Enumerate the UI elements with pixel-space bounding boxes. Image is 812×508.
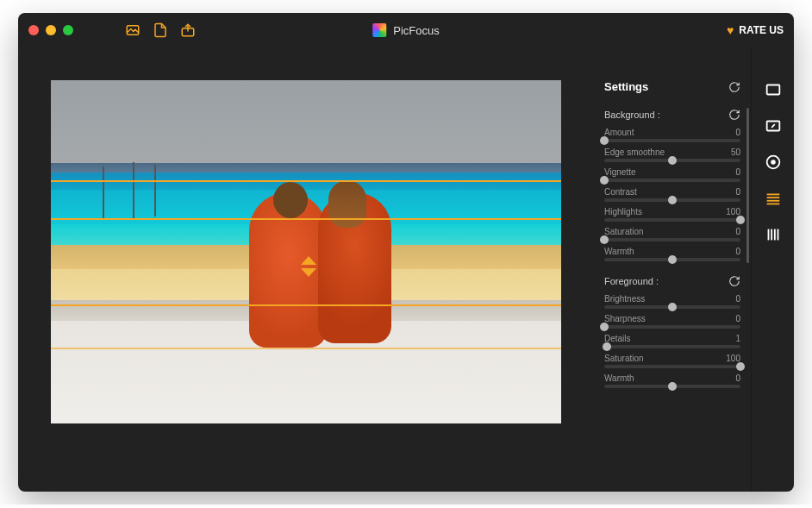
slider-value: 50 bbox=[731, 147, 740, 157]
background-section-label: Background : bbox=[604, 110, 660, 120]
svg-line-5 bbox=[771, 124, 775, 128]
slider-row: Saturation100 bbox=[604, 354, 740, 368]
titlebar: PicFocus ♥ RATE US bbox=[18, 13, 794, 47]
focus-guide-line[interactable] bbox=[51, 304, 561, 306]
slider-thumb[interactable] bbox=[668, 156, 677, 165]
slider-value: 1 bbox=[735, 334, 740, 343]
focus-drag-handle[interactable] bbox=[301, 256, 316, 277]
app-title: PicFocus bbox=[393, 24, 439, 37]
slider-thumb[interactable] bbox=[736, 362, 745, 371]
slider-row: Edge smoothne50 bbox=[604, 147, 740, 162]
slider-row: Sharpness0 bbox=[604, 314, 740, 329]
slider-row: Warmth0 bbox=[604, 373, 740, 388]
slider-value: 0 bbox=[735, 314, 740, 323]
slider-track[interactable] bbox=[604, 159, 740, 162]
slider-track[interactable] bbox=[604, 179, 740, 182]
slider-thumb[interactable] bbox=[600, 136, 609, 145]
crop-tool-icon[interactable] bbox=[764, 80, 783, 99]
image-detail bbox=[133, 162, 134, 218]
slider-label: Highlights bbox=[604, 207, 642, 216]
heart-icon: ♥ bbox=[727, 23, 734, 37]
slider-label: Saturation bbox=[604, 227, 644, 236]
reset-foreground-icon[interactable] bbox=[728, 275, 740, 287]
slider-row: Saturation0 bbox=[604, 227, 740, 241]
slider-label: Amount bbox=[604, 128, 634, 137]
slider-track[interactable] bbox=[604, 305, 740, 309]
rate-us-button[interactable]: ♥ RATE US bbox=[727, 23, 784, 37]
svg-rect-11 bbox=[766, 204, 779, 205]
linear-tool-icon[interactable] bbox=[764, 189, 783, 208]
image-detail bbox=[154, 165, 156, 216]
window-controls bbox=[28, 25, 73, 35]
slider-thumb[interactable] bbox=[600, 323, 609, 331]
slider-thumb[interactable] bbox=[603, 342, 611, 351]
slider-track[interactable] bbox=[604, 325, 740, 329]
slider-row: Details1 bbox=[604, 334, 740, 348]
content-area: Settings Background : Amount0Edge smooth… bbox=[18, 47, 794, 492]
slider-thumb[interactable] bbox=[600, 235, 609, 244]
slider-value: 0 bbox=[735, 294, 740, 304]
bars-tool-icon[interactable] bbox=[764, 225, 783, 244]
app-logo-icon bbox=[372, 23, 386, 37]
toolbar-left bbox=[125, 22, 196, 38]
share-icon[interactable] bbox=[180, 22, 196, 38]
focus-guide-line[interactable] bbox=[51, 348, 561, 349]
scrollbar[interactable] bbox=[746, 108, 749, 263]
slider-thumb[interactable] bbox=[736, 216, 745, 224]
minimize-button[interactable] bbox=[46, 25, 56, 35]
slider-track[interactable] bbox=[604, 139, 740, 142]
reset-all-icon[interactable] bbox=[728, 81, 740, 93]
svg-rect-12 bbox=[767, 229, 769, 241]
slider-track[interactable] bbox=[604, 385, 740, 388]
slider-value: 0 bbox=[735, 187, 740, 197]
slider-thumb[interactable] bbox=[668, 255, 677, 264]
close-button[interactable] bbox=[28, 25, 39, 35]
slider-label: Edge smoothne bbox=[604, 147, 665, 157]
slider-label: Saturation bbox=[604, 354, 644, 363]
slider-thumb[interactable] bbox=[668, 303, 677, 311]
foreground-section-label: Foreground : bbox=[604, 276, 659, 286]
svg-rect-15 bbox=[777, 229, 778, 241]
slider-track[interactable] bbox=[604, 218, 740, 222]
rate-us-label: RATE US bbox=[739, 24, 784, 36]
radial-tool-icon[interactable] bbox=[764, 153, 783, 172]
slider-value: 0 bbox=[735, 247, 740, 256]
svg-point-7 bbox=[771, 160, 775, 164]
open-file-icon[interactable] bbox=[153, 22, 168, 38]
slider-track[interactable] bbox=[604, 345, 740, 348]
svg-rect-9 bbox=[766, 197, 779, 198]
slider-row: Highlights100 bbox=[604, 207, 740, 222]
settings-panel: Settings Background : Amount0Edge smooth… bbox=[587, 47, 751, 492]
slider-thumb[interactable] bbox=[600, 176, 609, 185]
settings-title: Settings bbox=[604, 80, 648, 93]
slider-value: 0 bbox=[735, 227, 740, 236]
svg-rect-8 bbox=[766, 194, 779, 196]
slider-track[interactable] bbox=[604, 365, 740, 368]
maximize-button[interactable] bbox=[63, 25, 73, 35]
focus-guide-line[interactable] bbox=[51, 218, 561, 220]
slider-label: Warmth bbox=[604, 373, 634, 383]
slider-label: Warmth bbox=[604, 247, 634, 256]
image-canvas[interactable] bbox=[51, 80, 561, 423]
tool-sidebar bbox=[751, 47, 794, 492]
title-area: PicFocus bbox=[372, 23, 439, 37]
slider-track[interactable] bbox=[604, 198, 740, 202]
image-detail bbox=[328, 180, 366, 228]
svg-rect-3 bbox=[766, 85, 779, 95]
selection-tool-icon[interactable] bbox=[764, 116, 783, 135]
image-detail bbox=[273, 182, 308, 218]
svg-rect-14 bbox=[773, 229, 775, 241]
slider-value: 0 bbox=[735, 128, 740, 137]
slider-thumb[interactable] bbox=[668, 382, 677, 391]
slider-row: Contrast0 bbox=[604, 187, 740, 202]
slider-label: Sharpness bbox=[604, 314, 646, 323]
slider-value: 0 bbox=[735, 167, 740, 177]
reset-background-icon[interactable] bbox=[728, 109, 740, 121]
slider-row: Amount0 bbox=[604, 128, 740, 142]
open-image-icon[interactable] bbox=[125, 22, 141, 38]
slider-track[interactable] bbox=[604, 258, 740, 261]
slider-row: Vignette0 bbox=[604, 167, 740, 182]
slider-thumb[interactable] bbox=[668, 196, 677, 204]
slider-track[interactable] bbox=[604, 238, 740, 241]
focus-guide-line[interactable] bbox=[51, 180, 561, 182]
